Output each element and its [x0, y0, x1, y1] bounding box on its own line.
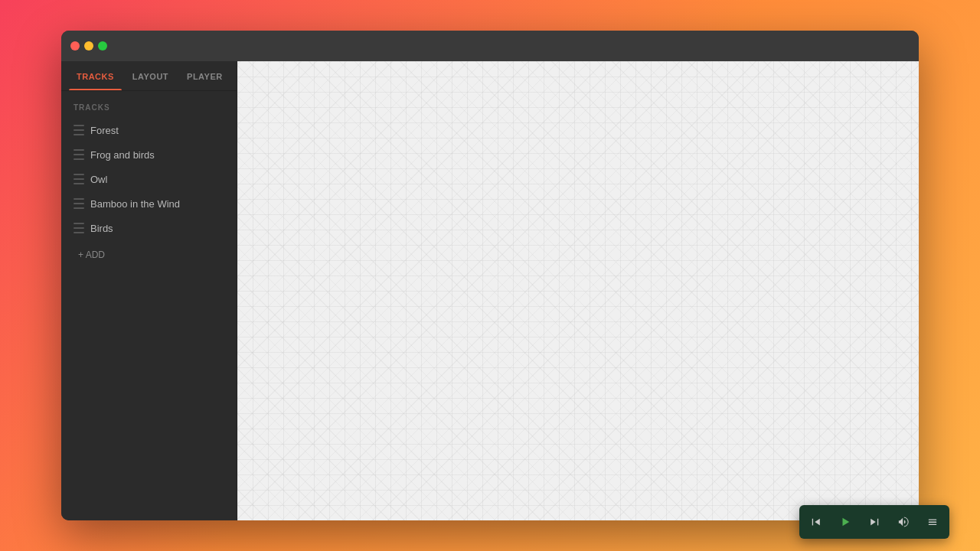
section-label: TRACKS	[69, 103, 229, 112]
track-copy-button[interactable]	[195, 173, 207, 185]
app-window: TRACKS LAYOUT PLAYER STYLE TRACKS Forest	[61, 31, 919, 520]
track-delete-button[interactable]	[212, 173, 224, 185]
drag-handle[interactable]	[74, 198, 84, 209]
drag-handle[interactable]	[74, 125, 84, 135]
tracks-section: TRACKS Forest	[61, 91, 237, 272]
add-track-button[interactable]: + ADD	[69, 243, 229, 266]
track-name: Owl	[90, 174, 195, 185]
close-button[interactable]	[70, 41, 80, 51]
track-name: Birds	[90, 223, 195, 234]
volume-button[interactable]	[890, 508, 917, 536]
track-delete-button[interactable]	[212, 197, 224, 210]
track-item[interactable]: Owl	[69, 167, 229, 191]
traffic-lights	[70, 41, 107, 51]
svg-rect-5	[929, 520, 937, 520]
rewind-button[interactable]	[802, 508, 830, 536]
tab-layout[interactable]: LAYOUT	[125, 61, 176, 90]
player-bar	[799, 505, 949, 539]
drag-handle[interactable]	[74, 174, 84, 184]
track-item[interactable]: Forest	[69, 118, 229, 142]
main-content	[237, 61, 919, 520]
track-copy-button[interactable]	[195, 197, 207, 210]
tab-player[interactable]: PLAYER	[179, 61, 230, 90]
svg-rect-1	[199, 152, 204, 158]
tab-bar: TRACKS LAYOUT PLAYER STYLE	[61, 61, 237, 91]
track-delete-button[interactable]	[212, 222, 224, 234]
sidebar: TRACKS LAYOUT PLAYER STYLE TRACKS Forest	[61, 61, 237, 520]
track-copy-button[interactable]	[195, 148, 207, 161]
track-item[interactable]: Frog and birds	[69, 142, 229, 167]
svg-rect-2	[199, 177, 204, 182]
maximize-button[interactable]	[98, 41, 107, 51]
track-copy-button[interactable]	[195, 124, 207, 136]
track-name: Forest	[90, 125, 195, 136]
tab-tracks[interactable]: TRACKS	[69, 61, 122, 90]
track-name: Frog and birds	[90, 149, 195, 161]
app-body: TRACKS LAYOUT PLAYER STYLE TRACKS Forest	[61, 61, 919, 520]
menu-button[interactable]	[919, 508, 946, 536]
title-bar	[61, 31, 919, 61]
forward-button[interactable]	[861, 508, 888, 536]
track-item[interactable]: Bamboo in the Wind	[69, 191, 229, 216]
minimize-button[interactable]	[84, 41, 93, 51]
track-name: Bamboo in the Wind	[90, 198, 195, 210]
svg-rect-6	[929, 522, 937, 523]
track-list: Forest	[69, 118, 229, 240]
svg-rect-4	[199, 226, 204, 231]
drag-handle[interactable]	[74, 223, 84, 233]
svg-rect-3	[199, 201, 204, 207]
track-delete-button[interactable]	[212, 124, 224, 136]
track-copy-button[interactable]	[195, 222, 207, 234]
add-track-label: + ADD	[78, 249, 105, 260]
play-button[interactable]	[831, 508, 859, 536]
svg-rect-0	[199, 128, 204, 133]
svg-rect-7	[929, 524, 937, 525]
track-item[interactable]: Birds	[69, 216, 229, 240]
track-delete-button[interactable]	[212, 148, 224, 161]
drag-handle[interactable]	[74, 149, 84, 160]
